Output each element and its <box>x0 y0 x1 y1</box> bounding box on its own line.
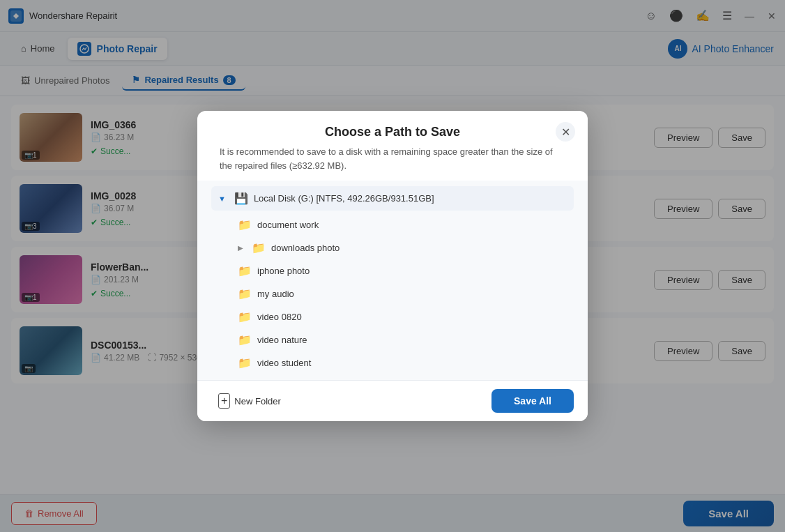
folder-item-5[interactable]: 📁 video nature <box>231 328 574 351</box>
folder-item-3[interactable]: 📁 my audio <box>231 282 574 305</box>
disk-item[interactable]: ▼ 💾 Local Disk (G:) [NTFS, 492.26GB/931.… <box>211 186 574 211</box>
folder-name-1: downloads photo <box>271 243 340 253</box>
folder-item-0[interactable]: 📁 document work <box>231 213 574 236</box>
folder-icon-3: 📁 <box>238 287 252 301</box>
folder-icon-5: 📁 <box>238 333 252 347</box>
modal-footer: + New Folder Save All <box>197 380 588 421</box>
folder-item-1[interactable]: ▶ 📁 downloads photo <box>231 236 574 259</box>
folder-icon-2: 📁 <box>238 264 252 278</box>
modal-save-all-button[interactable]: Save All <box>491 389 574 413</box>
new-folder-label: New Folder <box>234 396 280 406</box>
modal-save-all-label: Save All <box>514 395 551 406</box>
modal-body: ▼ 💾 Local Disk (G:) [NTFS, 492.26GB/931.… <box>197 181 588 380</box>
disk-icon: 💾 <box>234 192 248 205</box>
save-path-modal: Choose a Path to Save It is recommended … <box>197 111 588 421</box>
folder-name-6: video student <box>257 358 311 368</box>
folder-icon-6: 📁 <box>238 356 252 370</box>
folder-name-0: document work <box>257 220 319 230</box>
modal-close-button[interactable]: ✕ <box>556 122 575 142</box>
modal-subtitle: It is recommended to save to a disk with… <box>214 145 571 172</box>
folder-item-6[interactable]: 📁 video student <box>231 351 574 374</box>
folder-item-4[interactable]: 📁 video 0820 <box>231 305 574 328</box>
disk-label: Local Disk (G:) [NTFS, 492.26GB/931.51GB… <box>254 193 434 204</box>
folder-name-3: my audio <box>257 289 294 299</box>
disk-expand-arrow: ▼ <box>218 195 226 203</box>
folder-icon-1: 📁 <box>252 241 266 254</box>
folder-name-4: video 0820 <box>257 312 302 322</box>
new-folder-icon: + <box>218 393 230 409</box>
folder-name-2: iphone photo <box>257 266 310 276</box>
folder-icon-0: 📁 <box>238 218 252 231</box>
folder-expand-1: ▶ <box>238 244 243 252</box>
folder-icon-4: 📁 <box>238 310 252 324</box>
folder-list: 📁 document work ▶ 📁 downloads photo 📁 ip… <box>211 213 574 374</box>
folder-item-2[interactable]: 📁 iphone photo <box>231 259 574 282</box>
modal-overlay: Choose a Path to Save It is recommended … <box>0 0 785 532</box>
new-folder-button[interactable]: + New Folder <box>211 389 288 413</box>
modal-header: Choose a Path to Save It is recommended … <box>197 111 588 181</box>
modal-title: Choose a Path to Save <box>214 125 571 139</box>
folder-name-5: video nature <box>257 335 307 345</box>
